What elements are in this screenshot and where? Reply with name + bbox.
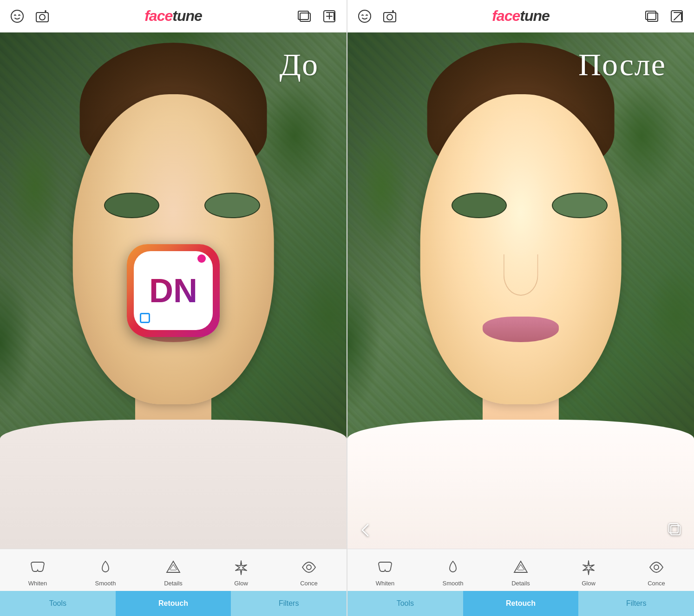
top-bar-after: facetune <box>347 0 694 32</box>
whiten-label-after: Whiten <box>376 580 394 587</box>
tab-tools-after[interactable]: Tools <box>347 591 463 616</box>
top-bar-left-after <box>356 7 399 25</box>
teeth-icon-before <box>28 558 47 577</box>
share-icon-right[interactable] <box>668 7 686 25</box>
conceal-label-before: Conce <box>300 580 318 587</box>
facetune-logo-right: facetune <box>492 7 550 25</box>
tool-smooth-before[interactable]: Smooth <box>72 558 139 587</box>
logo-right: facetune <box>492 7 550 25</box>
tool-details-before[interactable]: Details <box>139 558 207 587</box>
bottom-toolbar-after: Whiten Smooth <box>347 549 694 616</box>
eye-icon-before <box>299 558 319 577</box>
top-bar-left-before <box>8 7 51 25</box>
facetune-logo-left: facetune <box>144 7 202 25</box>
tab-filters-after[interactable]: Filters <box>578 591 694 616</box>
triangle-icon-before <box>164 558 183 577</box>
tool-details-after[interactable]: Details <box>487 558 555 587</box>
tool-icons-row-after: Whiten Smooth <box>347 549 694 591</box>
tool-glow-after[interactable]: Glow <box>555 558 622 587</box>
drop-icon-before <box>96 558 115 577</box>
camera-add-icon-left[interactable] <box>33 7 51 25</box>
portrait-after <box>347 32 694 549</box>
dn-badge: DN <box>127 244 220 337</box>
tab-bar-after: Tools Retouch Filters <box>347 591 694 616</box>
logo-left: facetune <box>144 7 202 25</box>
back-arrow-after[interactable] <box>357 521 375 539</box>
tool-conceal-before[interactable]: Conce <box>275 558 343 587</box>
camera-add-icon-right[interactable] <box>381 7 399 25</box>
face-icon-right[interactable] <box>356 7 373 25</box>
panel-after: facetune <box>347 0 694 616</box>
details-label-after: Details <box>511 580 530 587</box>
photo-area-after: После <box>347 32 694 549</box>
svg-point-0 <box>11 10 23 22</box>
svg-point-15 <box>654 565 659 570</box>
gallery-icon-left[interactable] <box>295 7 313 25</box>
svg-point-9 <box>387 14 393 20</box>
bottom-toolbar-before: Whiten Smooth <box>0 549 347 616</box>
dn-square <box>140 313 150 323</box>
tool-smooth-after[interactable]: Smooth <box>419 558 487 587</box>
copy-btn-after[interactable] <box>666 521 685 539</box>
top-bar-right-before <box>295 7 338 25</box>
dn-badge-bg: DN <box>127 244 220 337</box>
app-container: facetune <box>0 0 694 616</box>
conceal-label-after: Conce <box>648 580 665 587</box>
panel-before: facetune <box>0 0 347 616</box>
logo-face-right: face <box>492 7 520 24</box>
face-icon-left[interactable] <box>8 7 26 25</box>
photo-bg-after <box>347 32 694 549</box>
logo-tune-right: tune <box>520 7 550 24</box>
sparkle-icon-before <box>231 558 251 577</box>
photo-area-before: До DN <box>0 32 347 549</box>
svg-point-2 <box>39 14 45 20</box>
gallery-icon-right[interactable] <box>643 7 661 25</box>
tool-whiten-before[interactable]: Whiten <box>4 558 72 587</box>
tool-conceal-after[interactable]: Conce <box>622 558 690 587</box>
drop-icon-after <box>443 558 463 577</box>
glow-label-before: Glow <box>234 580 248 587</box>
phones-row: facetune <box>0 0 694 616</box>
logo-tune-left: tune <box>172 7 202 24</box>
before-label: До <box>280 46 319 83</box>
dn-text: DN <box>149 274 197 307</box>
tab-bar-before: Tools Retouch Filters <box>0 591 347 616</box>
eye-icon-after <box>647 558 666 577</box>
tab-retouch-after[interactable]: Retouch <box>463 591 579 616</box>
after-label: После <box>578 46 666 83</box>
details-label-before: Details <box>164 580 183 587</box>
tool-whiten-after[interactable]: Whiten <box>351 558 419 587</box>
svg-point-7 <box>359 10 371 22</box>
smooth-label-before: Smooth <box>95 580 116 587</box>
sparkle-icon-after <box>579 558 598 577</box>
share-icon-left[interactable] <box>321 7 338 25</box>
svg-point-6 <box>307 565 311 570</box>
tab-tools-before[interactable]: Tools <box>0 591 116 616</box>
logo-face-left: face <box>144 7 172 24</box>
tab-filters-before[interactable]: Filters <box>231 591 347 616</box>
whiten-label-before: Whiten <box>28 580 47 587</box>
triangle-icon-after <box>511 558 530 577</box>
tool-icons-row-before: Whiten Smooth <box>0 549 347 591</box>
dn-dot <box>197 254 206 263</box>
tool-glow-before[interactable]: Glow <box>207 558 275 587</box>
glow-label-after: Glow <box>582 580 596 587</box>
top-bar-right-after <box>643 7 686 25</box>
teeth-icon-after <box>375 558 395 577</box>
tab-retouch-before[interactable]: Retouch <box>116 591 231 616</box>
top-bar-before: facetune <box>0 0 347 32</box>
smooth-label-after: Smooth <box>443 580 464 587</box>
